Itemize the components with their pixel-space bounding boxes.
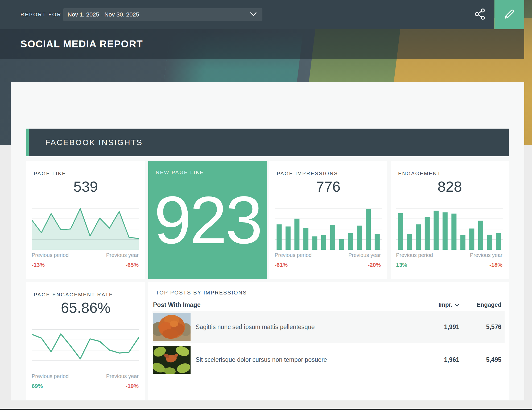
chevron-down-icon xyxy=(455,301,459,308)
column-header-engaged: Engaged xyxy=(459,301,501,308)
post-text: Sagittis nunc sed ipsum mattis pellentes… xyxy=(196,323,417,331)
engagement-bar-chart xyxy=(396,208,503,250)
date-range-dropdown[interactable]: Nov 1, 2025 - Nov 30, 2025 xyxy=(63,8,262,21)
metric-card-page-engagement-rate: PAGE ENGAGEMENT RATE 65.86% Previous per… xyxy=(26,282,145,400)
engagement-rate-line-chart xyxy=(32,329,139,371)
section-title: FACEBOOK INSIGHTS xyxy=(45,138,143,147)
column-header-impressions-sort[interactable]: Impr. xyxy=(417,301,459,308)
post-impressions: 1,961 xyxy=(417,356,459,363)
post-impressions: 1,991 xyxy=(417,323,459,331)
report-for-label: REPORT FOR xyxy=(20,0,61,29)
metric-card-engagement: ENGAGEMENT 828 Previous period Previous … xyxy=(391,161,509,279)
previous-year-change: -65% xyxy=(126,262,139,268)
report-body: FACEBOOK INSIGHTS PAGE LIKE 539 Previous… xyxy=(11,82,524,400)
previous-period-change: -13% xyxy=(32,262,45,268)
previous-period-change: 69% xyxy=(32,383,43,389)
report-page: REPORT FOR Nov 1, 2025 - Nov 30, 2025 SO… xyxy=(0,0,532,410)
previous-period-change: -61% xyxy=(275,262,288,268)
column-header-post: Post With Image xyxy=(153,301,417,309)
page-header: SOCIAL MEDIA REPORT xyxy=(0,29,524,59)
column-header-impressions-label: Impr. xyxy=(438,301,452,308)
previous-year-change: -19% xyxy=(126,383,139,389)
previous-year-change: -18% xyxy=(489,262,502,268)
table-header-row: Post With Image Impr. Engaged xyxy=(152,300,505,310)
metric-title: ENGAGEMENT xyxy=(398,171,441,177)
metric-card-page-impressions: PAGE IMPRESSIONS 776 Previous period Pre… xyxy=(269,161,387,279)
metric-value: 828 xyxy=(391,178,509,195)
page-like-area-chart xyxy=(32,208,139,250)
date-range-value: Nov 1, 2025 - Nov 30, 2025 xyxy=(68,11,250,18)
previous-year-label: Previous year xyxy=(106,252,139,258)
previous-year-label: Previous year xyxy=(470,252,502,258)
share-button[interactable] xyxy=(468,0,492,29)
page-impressions-bar-chart xyxy=(275,208,382,250)
metric-title: PAGE LIKE xyxy=(34,171,66,177)
chevron-down-icon xyxy=(250,12,257,17)
previous-period-change: 13% xyxy=(396,262,407,268)
share-icon xyxy=(474,8,486,21)
toolbar: REPORT FOR Nov 1, 2025 - Nov 30, 2025 xyxy=(0,0,494,29)
table-row: Sit scelerisque dolor cursus non tempor … xyxy=(152,343,505,376)
metric-value: 923 xyxy=(148,187,267,254)
metric-value: 539 xyxy=(26,178,145,195)
previous-year-change: -20% xyxy=(368,262,381,268)
metric-value: 776 xyxy=(269,178,387,195)
previous-period-label: Previous period xyxy=(275,252,312,258)
metric-title: PAGE ENGAGEMENT RATE xyxy=(34,292,113,298)
metric-value: 65.86% xyxy=(26,299,145,316)
previous-period-label: Previous period xyxy=(32,252,69,258)
table-row: Sagittis nunc sed ipsum mattis pellentes… xyxy=(152,311,505,343)
pencil-icon xyxy=(503,8,516,22)
window-bottom-edge xyxy=(0,409,532,410)
metric-card-new-page-like: NEW PAGE LIKE 923 xyxy=(148,161,267,279)
previous-year-label: Previous year xyxy=(106,373,139,379)
previous-period-label: Previous period xyxy=(32,373,69,379)
top-posts-title: TOP POSTS BY IMPRESSIONS xyxy=(156,290,247,296)
post-engaged: 5,495 xyxy=(459,356,501,363)
previous-year-label: Previous year xyxy=(348,252,381,258)
page-title: SOCIAL MEDIA REPORT xyxy=(20,39,143,50)
post-thumbnail-green-leaves xyxy=(153,346,191,374)
metric-title: NEW PAGE LIKE xyxy=(156,170,204,175)
previous-period-label: Previous period xyxy=(396,252,433,258)
metric-card-page-like: PAGE LIKE 539 Previous period Previous y… xyxy=(26,161,145,279)
post-thumbnail-autumn-tree xyxy=(153,313,191,341)
top-posts-card: TOP POSTS BY IMPRESSIONS Post With Image… xyxy=(148,282,509,400)
section-header-facebook-insights: FACEBOOK INSIGHTS xyxy=(26,129,509,156)
edit-report-button[interactable] xyxy=(494,0,524,29)
post-text: Sit scelerisque dolor cursus non tempor … xyxy=(196,356,417,363)
post-engaged: 5,576 xyxy=(459,323,501,331)
metric-title: PAGE IMPRESSIONS xyxy=(277,171,338,177)
